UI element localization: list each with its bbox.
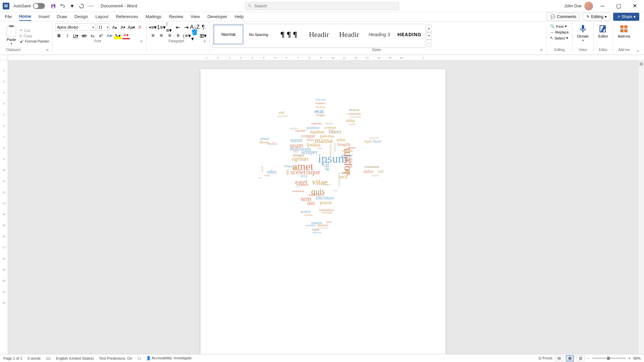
tab-layout[interactable]: Layout (95, 13, 108, 20)
replace-button[interactable]: ↔ Replace (549, 29, 569, 35)
status-accessibility[interactable]: 👤 Accessibility: Investigate (146, 356, 192, 360)
style-heading4[interactable]: HEADING (395, 25, 424, 44)
styles-gallery[interactable]: Normal No Spacing ¶ ¶ ¶ Headir Headir He… (213, 24, 425, 48)
shrink-font-button[interactable]: A▾ (119, 23, 127, 31)
autosave[interactable]: AutoSave Off (13, 3, 45, 9)
zoom-in-button[interactable]: + (629, 356, 631, 360)
undo-icon[interactable] (60, 3, 66, 9)
show-marks-button[interactable]: ¶ (200, 23, 207, 31)
style-heading3[interactable]: Heading 3 (365, 25, 394, 44)
dictate-button[interactable]: Dictate▾ (575, 23, 591, 43)
change-case-button[interactable]: Aa▾ (128, 23, 135, 31)
styles-expand[interactable]: ⌄ (427, 40, 431, 47)
clear-formatting-button[interactable]: A̸ (136, 23, 144, 31)
tab-developer[interactable]: Developer (207, 13, 227, 20)
underline-button[interactable]: U▾ (72, 32, 79, 39)
superscript-button[interactable]: x² (97, 32, 105, 39)
find-button[interactable]: 🔍 Find ▾ (549, 23, 569, 29)
zoom-slider[interactable] (592, 358, 626, 359)
wordcloud-image[interactable]: ridiculussodalesfacilisiseratfeugiatestp… (251, 96, 395, 270)
tab-help[interactable]: Help (234, 13, 244, 20)
style-no-spacing[interactable]: No Spacing (244, 25, 273, 44)
zoom-out-button[interactable]: − (587, 356, 589, 360)
status-language[interactable]: English (United States) (56, 356, 94, 360)
search-box[interactable] (245, 2, 399, 10)
shading-button[interactable]: 🪣▾ (191, 32, 199, 39)
paste-button[interactable]: Paste ▾ (6, 25, 17, 46)
format-painter-button[interactable]: 🖌 Format Painter (19, 39, 50, 44)
highlight-button[interactable]: ✎▾ (114, 32, 121, 39)
search-input[interactable] (254, 4, 396, 8)
bold-button[interactable]: B (55, 32, 63, 39)
focus-mode-button[interactable]: ⊡ Focus (538, 356, 552, 360)
read-mode-button[interactable]: ▤ (555, 355, 563, 361)
status-track-icon[interactable]: ▢ (138, 356, 141, 360)
increase-indent-button[interactable]: ⇥ (183, 23, 190, 31)
document-scroll[interactable]: ridiculussodalesfacilisiseratfeugiatestp… (8, 60, 638, 354)
italic-button[interactable]: I (64, 32, 71, 39)
line-spacing-button[interactable]: ↕≡▾ (183, 32, 190, 39)
tab-mailings[interactable]: Mailings (146, 13, 162, 20)
styles-scroll-up[interactable]: ▴ (427, 25, 431, 32)
tab-insert[interactable]: Insert (39, 13, 50, 20)
avatar[interactable] (584, 2, 593, 10)
style-normal[interactable]: Normal (214, 25, 243, 44)
web-layout-button[interactable]: ▥ (577, 355, 585, 361)
status-predictions[interactable]: Text Predictions: On (99, 356, 132, 360)
editing-mode-button[interactable]: ✎ Editing ▾ (583, 13, 610, 21)
strikethrough-button[interactable]: ab (80, 32, 88, 39)
font-color-button[interactable]: A▾ (122, 32, 130, 39)
align-left-button[interactable]: ≡ (149, 32, 157, 39)
style-heading1b[interactable]: Headir (304, 25, 334, 44)
page[interactable]: ridiculussodalesfacilisiseratfeugiatestp… (201, 69, 445, 354)
maximize-button[interactable]: ▢ (612, 2, 625, 10)
undo-dropdown-icon[interactable]: ▾ (69, 3, 75, 9)
minimize-button[interactable]: ─ (596, 2, 609, 10)
collapse-ribbon-button[interactable]: ⌄ (635, 47, 641, 54)
style-heading1[interactable]: ¶ ¶ ¶ (274, 25, 304, 44)
tab-review[interactable]: Review (169, 13, 183, 20)
text-effects-button[interactable]: A▾ (106, 32, 113, 39)
redo-icon[interactable] (78, 3, 85, 9)
cut-button[interactable]: ✂ Cut (19, 28, 50, 33)
share-button[interactable]: ↗ Share ▾ (613, 13, 639, 21)
editor-button[interactable]: Editor (596, 23, 610, 39)
font-dialog-launcher[interactable]: ⧉ (140, 40, 144, 43)
multilevel-list-button[interactable]: ⁝≡▾ (166, 23, 173, 31)
style-heading2[interactable]: Headir (334, 25, 364, 44)
vertical-scrollbar[interactable] (638, 60, 644, 354)
status-spellcheck-icon[interactable]: 📖 (46, 356, 51, 360)
tab-draw[interactable]: Draw (57, 13, 67, 20)
bullets-button[interactable]: •≡▾ (149, 23, 157, 31)
font-name-combo[interactable]: Aptos (Body)▾ (55, 23, 96, 31)
grow-font-button[interactable]: A▴ (111, 23, 118, 31)
font-size-combo[interactable]: 11▾ (97, 23, 110, 31)
close-button[interactable]: ✕ (628, 2, 641, 10)
justify-button[interactable]: ≡ (174, 32, 182, 39)
clipboard-dialog-launcher[interactable]: ⧉ (46, 48, 50, 52)
save-icon[interactable] (50, 3, 56, 9)
numbering-button[interactable]: 1≡▾ (158, 23, 165, 31)
tab-view[interactable]: View (191, 13, 200, 20)
comments-button[interactable]: 💬 Comments (547, 13, 580, 21)
tab-design[interactable]: Design (74, 13, 88, 20)
ruler-vertical[interactable]: 12345678910111213141516171819202122 (0, 60, 8, 354)
align-center-button[interactable]: ≡ (158, 32, 165, 39)
borders-button[interactable]: ⊞▾ (200, 32, 207, 39)
status-page[interactable]: Page 1 of 1 (3, 356, 22, 360)
zoom-level[interactable]: 90% (633, 356, 641, 360)
align-right-button[interactable]: ≡ (166, 32, 173, 39)
paragraph-dialog-launcher[interactable]: ⧉ (204, 40, 207, 43)
copy-button[interactable]: ⎘ Copy (19, 34, 50, 38)
tab-file[interactable]: File (5, 13, 12, 20)
decrease-indent-button[interactable]: ⇤ (174, 23, 182, 31)
qat-customize-icon[interactable]: ⋯ (88, 3, 94, 9)
styles-scroll-down[interactable]: ▾ (427, 32, 431, 40)
addins-button[interactable]: Add-ins (616, 23, 632, 39)
ruler-horizontal[interactable]: 12123456789101112131415161 (8, 55, 644, 60)
tab-references[interactable]: References (116, 13, 138, 20)
status-words[interactable]: 0 words (28, 356, 41, 360)
styles-dialog-launcher[interactable]: ⧉ (540, 48, 544, 52)
autosave-toggle[interactable]: Off (33, 3, 45, 9)
select-button[interactable]: ↖ Select ▾ (549, 35, 569, 41)
